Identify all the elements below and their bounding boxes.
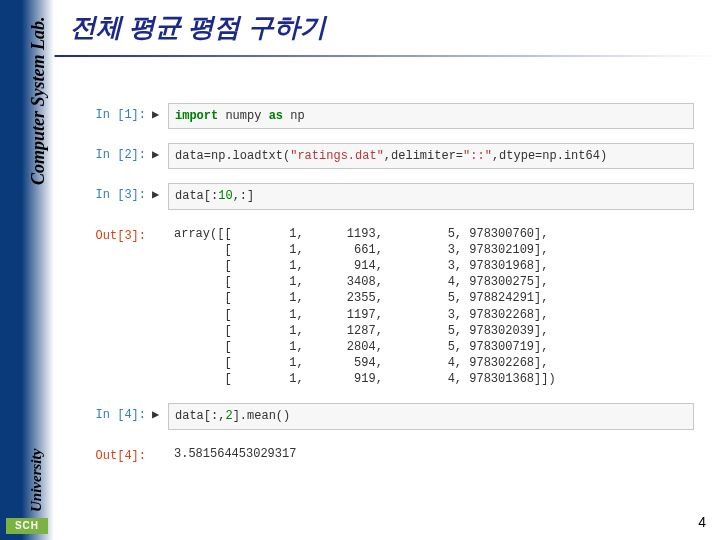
cell-in-4: In [4]: ▶ data[:,2].mean() bbox=[74, 403, 694, 429]
run-icon[interactable]: ▶ bbox=[152, 143, 168, 167]
prompt-in-4: In [4]: bbox=[74, 403, 152, 427]
title-underline bbox=[0, 55, 720, 57]
page-title: 전체 평균 평점 구하기 bbox=[70, 10, 326, 45]
cell-out-4: Out[4]: 3.581564453029317 bbox=[74, 444, 694, 468]
prompt-in-2: In [2]: bbox=[74, 143, 152, 167]
run-icon[interactable]: ▶ bbox=[152, 403, 168, 427]
run-icon[interactable]: ▶ bbox=[152, 103, 168, 127]
prompt-in-1: In [1]: bbox=[74, 103, 152, 127]
cell-in-3: In [3]: ▶ data[:10,:] bbox=[74, 183, 694, 209]
sidebar-top-label: Computer System Lab. bbox=[28, 16, 49, 185]
code-output-3: array([[ 1, 1193, 5, 978300760], [ 1, 66… bbox=[168, 224, 694, 390]
notebook-area: In [1]: ▶ import numpy as np In [2]: ▶ d… bbox=[74, 103, 694, 482]
prompt-out-4: Out[4]: bbox=[74, 444, 152, 468]
sidebar: Computer System Lab. University SCH bbox=[0, 0, 54, 540]
prompt-out-3: Out[3]: bbox=[74, 224, 152, 248]
page-number: 4 bbox=[698, 514, 706, 530]
run-icon[interactable]: ▶ bbox=[152, 183, 168, 207]
sidebar-logo: SCH bbox=[6, 518, 48, 534]
code-output-4: 3.581564453029317 bbox=[168, 444, 694, 464]
code-input-1[interactable]: import numpy as np bbox=[168, 103, 694, 129]
cell-in-2: In [2]: ▶ data=np.loadtxt("ratings.dat",… bbox=[74, 143, 694, 169]
prompt-in-3: In [3]: bbox=[74, 183, 152, 207]
code-input-4[interactable]: data[:,2].mean() bbox=[168, 403, 694, 429]
cell-in-1: In [1]: ▶ import numpy as np bbox=[74, 103, 694, 129]
cell-out-3: Out[3]: array([[ 1, 1193, 5, 978300760],… bbox=[74, 224, 694, 390]
sidebar-bottom-label: University bbox=[28, 449, 45, 512]
code-input-2[interactable]: data=np.loadtxt("ratings.dat",delimiter=… bbox=[168, 143, 694, 169]
code-input-3[interactable]: data[:10,:] bbox=[168, 183, 694, 209]
